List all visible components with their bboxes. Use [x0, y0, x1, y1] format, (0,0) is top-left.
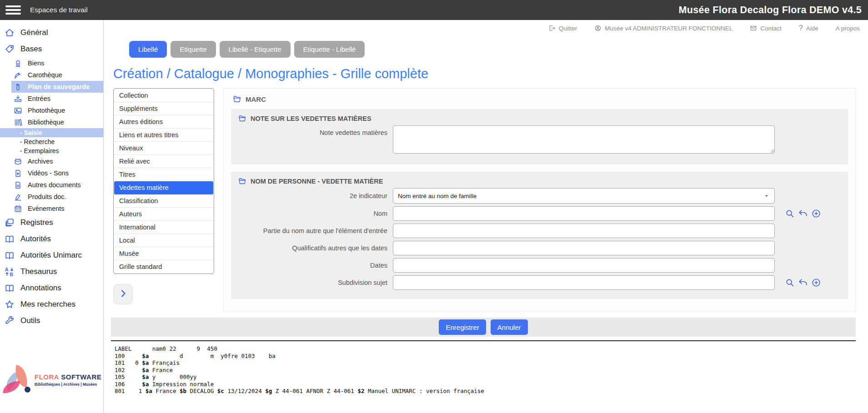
sidebar-item-recherche[interactable]: - Recherche [0, 137, 103, 146]
sidebar-item-exemplaires[interactable]: - Exemplaires [0, 146, 103, 155]
tab-libell[interactable]: Libellé [129, 41, 167, 58]
list-item-reli-avec[interactable]: Relié avec [114, 155, 213, 168]
form-section-note-sur-les-vedettes-mati-res: NOTE SUR LES VEDETTES MATIÈRESNote vedet… [231, 109, 848, 164]
section-header: NOTE SUR LES VEDETTES MATIÈRES [238, 114, 841, 123]
list-item-autres-ditions[interactable]: Autres éditions [114, 115, 213, 129]
sidebar-item-autorit-s[interactable]: Autorités [0, 231, 103, 247]
field-cell [393, 224, 775, 238]
sidebar-item-label: Biens [28, 60, 44, 67]
user-circle-icon [594, 25, 602, 32]
sidebar-item-label: - Recherche [20, 138, 55, 145]
userbar-user[interactable]: Musée v4 ADMINISTRATEUR FONCTIONNEL [594, 25, 733, 32]
form-row-dates: Dates [238, 258, 841, 273]
list-item-grille-standard[interactable]: Grille standard [114, 260, 213, 273]
marc-record-block: LABEL nam0 22 9 450 100 $a d m y0fre 010… [111, 340, 856, 395]
sidebar-item-vid-os-sons[interactable]: Vidéos - Sons [0, 167, 103, 179]
tab-libell-etiquette[interactable]: Libellé - Etiquette [220, 41, 291, 58]
sidebar-item-ev-nements[interactable]: Evènements [0, 203, 103, 214]
userbar-label: Contact [760, 25, 782, 32]
userbar-quit[interactable]: Quitter [548, 25, 577, 32]
sidebar-item-autres-documents[interactable]: Autres documents [0, 179, 103, 191]
wrench-icon [5, 316, 15, 326]
envelope-icon [750, 25, 757, 32]
list-item-auteurs[interactable]: Auteurs [114, 208, 213, 221]
form-row-nom: Nom [238, 206, 841, 221]
sidebar-item-label: Archives [28, 158, 53, 165]
sidebar-item-biens[interactable]: Biens [0, 57, 103, 69]
books-icon [14, 118, 22, 127]
registers-icon [5, 218, 15, 228]
menu-burger-icon[interactable] [5, 4, 21, 16]
undo-icon[interactable] [798, 278, 808, 288]
form-row-2e-indicateur: 2e indicateurNom entré au nom de famille [238, 188, 841, 204]
flora-logo: FLORA SOFTWARE Bibliothèques | Archives … [5, 366, 101, 394]
list-item-local[interactable]: Local [114, 234, 213, 247]
list-item-mus-e[interactable]: Musée [114, 247, 213, 260]
partie-du-nom-autre-que-l-l-ment-d-entr-e-input[interactable] [393, 224, 775, 238]
logout-icon [548, 25, 556, 32]
sidebar-item-outils[interactable]: Outils [0, 313, 103, 329]
field-label: Qualificatifs autres que les dates [238, 244, 393, 252]
list-item-liens-et-autres-titres[interactable]: Liens et autres titres [114, 129, 213, 142]
userbar-about[interactable]: A propos [836, 25, 860, 32]
folder-icon [233, 95, 241, 104]
2e-indicateur-select[interactable]: Nom entré au nom de famille [393, 188, 775, 204]
sidebar-item-bases[interactable]: Bases [0, 41, 103, 57]
chevron-right-icon [118, 289, 128, 300]
caret-down-icon [763, 193, 770, 199]
open-book-icon [5, 283, 15, 293]
sidebar-item-label: Carothèque [28, 71, 62, 79]
sidebar-item-biblioth-que[interactable]: Bibliothèque [0, 116, 103, 128]
dates-input[interactable] [393, 258, 775, 273]
sidebar-item-label: - Saisie [20, 129, 42, 136]
sidebar-item-thesaurus[interactable]: ABThesaurus [0, 264, 103, 280]
field-actions [785, 209, 841, 219]
add-circle-icon[interactable] [811, 209, 821, 219]
sidebar-item-caroth-que[interactable]: Carothèque [0, 69, 103, 81]
search-icon[interactable] [785, 209, 795, 219]
userbar-contact[interactable]: Contact [750, 25, 782, 32]
folder-icon [238, 114, 246, 123]
sidebar-item-label: Plan de sauvegarde [28, 83, 90, 90]
tab-etiquette-libell[interactable]: Etiquette - Libellé [294, 41, 365, 58]
sidebar-item-produits-doc[interactable]: Produits doc. [0, 191, 103, 203]
expand-panel-button[interactable] [113, 284, 133, 304]
qualificatifs-autres-que-les-dates-input[interactable] [393, 241, 775, 255]
save-button[interactable]: Enregistrer [439, 319, 486, 335]
subdivision-sujet-input[interactable] [393, 275, 775, 290]
list-item-niveaux[interactable]: Niveaux [114, 142, 213, 155]
sidebar-item-label: Registres [20, 218, 53, 227]
add-circle-icon[interactable] [811, 278, 821, 288]
sidebar-item-phototh-que[interactable]: Photothèque [0, 104, 103, 116]
cancel-button[interactable]: Annuler [491, 319, 528, 335]
sidebar-item-label: Produits doc. [28, 193, 66, 200]
inbox-down-icon [14, 95, 22, 103]
sidebar-item-plan-de-sauvegarde[interactable]: Plan de sauvegarde [11, 81, 103, 93]
undo-icon[interactable] [798, 209, 808, 219]
list-item-international[interactable]: International [114, 221, 213, 234]
sidebar-item-saisie[interactable]: - Saisie [0, 128, 103, 137]
photo-icon [14, 106, 22, 115]
sidebar-item-mes-recherches[interactable]: Mes recherches [0, 296, 103, 313]
list-item-collection[interactable]: Collection [114, 89, 213, 102]
sidebar-item-autorit-s-unimarc[interactable]: Autorités Unimarc [0, 247, 103, 264]
sidebar-item-annotations[interactable]: Annotations [0, 280, 103, 296]
logo-brand: FLORA SOFTWARE [35, 373, 101, 381]
workspace: CollectionSupplémentsAutres éditionsLien… [113, 88, 868, 312]
sidebar-item-g-n-ral[interactable]: Général [0, 25, 103, 41]
search-icon[interactable] [785, 278, 795, 288]
section-title: NOM DE PERSONNE - VEDETTE MATIÈRE [251, 178, 383, 185]
list-item-vedettes-mati-re[interactable]: Vedettes matière [114, 181, 213, 194]
tab-etiquette[interactable]: Etiquette [171, 41, 216, 58]
note-vedettes-mati-res-textarea[interactable] [393, 125, 775, 154]
list-item-classification[interactable]: Classification [114, 194, 213, 208]
sidebar: GénéralBasesBiensCarothèquePlan de sauve… [0, 20, 104, 413]
sidebar-item-entr-es[interactable]: Entrées [0, 93, 103, 104]
list-item-suppl-ments[interactable]: Suppléments [114, 102, 213, 115]
userbar-help[interactable]: ?Aide [799, 25, 818, 32]
sidebar-item-archives[interactable]: Archives [0, 155, 103, 167]
nom-input[interactable] [393, 206, 775, 221]
list-item-titres[interactable]: Titres [114, 168, 213, 181]
sidebar-item-registres[interactable]: Registres [0, 214, 103, 231]
field-cell: Nom entré au nom de famille [393, 188, 775, 204]
